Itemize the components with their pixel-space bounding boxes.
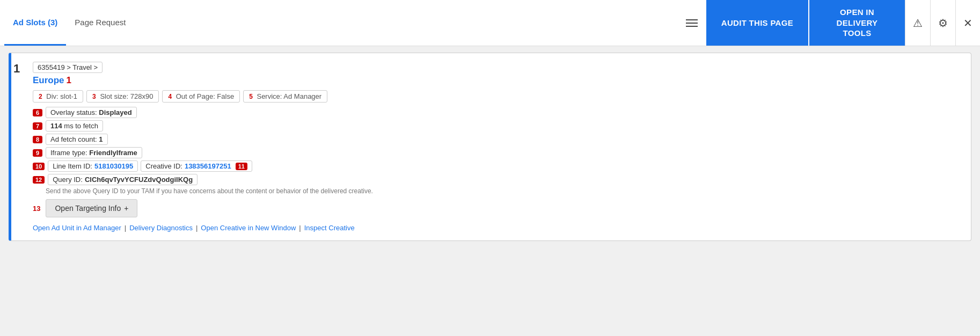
- service-tag: 5 Service: Ad Manager: [243, 90, 327, 103]
- slot-number: 1: [13, 62, 20, 76]
- separator-3: |: [299, 224, 301, 232]
- query-row: 12 Query ID: ClCh6qvTyvYCFUZdvQodgilKQg: [33, 174, 960, 185]
- menu-icon-button[interactable]: [677, 0, 706, 46]
- query-badge: 12: [33, 176, 45, 184]
- close-icon-button[interactable]: ✕: [955, 0, 980, 46]
- query-box: Query ID: ClCh6qvTyvYCFUZdvQodgilKQg: [48, 174, 198, 185]
- fetch-ms-row: 7 114 ms to fetch: [33, 120, 960, 132]
- ad-slot-card: 1 6355419 > Travel > Europe 1 2 Div: slo…: [9, 53, 971, 241]
- fetch-ms-info: 114 ms to fetch: [46, 120, 103, 132]
- iframe-info: Iframe type: FriendlyIframe: [46, 147, 142, 158]
- open-delivery-tools-button[interactable]: OPEN IN DELIVERY TOOLS: [808, 0, 905, 46]
- tab-ad-slots[interactable]: Ad Slots (3): [4, 0, 66, 46]
- line-item-row: 10 Line Item ID: 5181030195 Creative ID:…: [33, 160, 960, 172]
- separator-2: |: [196, 224, 198, 232]
- size-tag: 3 Slot size: 728x90: [86, 90, 159, 103]
- hamburger-icon: [686, 19, 698, 27]
- targeting-button[interactable]: Open Targeting Info +: [46, 199, 137, 217]
- query-note: Send the above Query ID to your TAM if y…: [46, 187, 960, 195]
- creative-link[interactable]: 138356197251: [185, 162, 231, 170]
- gear-icon: ⚙: [938, 17, 948, 30]
- separator-1: |: [125, 224, 126, 232]
- creative-badge: 11: [236, 163, 247, 170]
- breadcrumb: 6355419 > Travel >: [33, 62, 103, 73]
- delivery-diagnostics-link[interactable]: Delivery Diagnostics: [129, 224, 193, 232]
- fetch-ms-badge: 7: [33, 122, 42, 130]
- main-content: 1 6355419 > Travel > Europe 1 2 Div: slo…: [0, 46, 980, 247]
- settings-icon-button[interactable]: ⚙: [930, 0, 955, 46]
- iframe-row: 9 Iframe type: FriendlyIframe: [33, 147, 960, 158]
- oop-tag: 4 Out of Page: False: [162, 90, 240, 103]
- overlay-info: Overlay status: Displayed: [46, 107, 137, 118]
- slot-name: Europe: [33, 75, 64, 85]
- slot-wrapper: 1 6355419 > Travel > Europe 1 2 Div: slo…: [22, 62, 960, 232]
- targeting-num: 13: [33, 204, 40, 213]
- slot-name-number: 1: [66, 75, 71, 85]
- audit-page-button[interactable]: AUDIT THIS PAGE: [706, 0, 808, 46]
- fetch-count-info: Ad fetch count: 1: [46, 134, 108, 145]
- fetch-count-row: 8 Ad fetch count: 1: [33, 134, 960, 145]
- iframe-badge: 9: [33, 149, 42, 157]
- tab-page-request[interactable]: Page Request: [66, 0, 134, 46]
- inspect-creative-link[interactable]: Inspect Creative: [304, 224, 355, 232]
- overlay-row: 6 Overlay status: Displayed: [33, 107, 960, 118]
- close-icon: ✕: [963, 17, 972, 30]
- breadcrumb-row: 6355419 > Travel >: [33, 62, 960, 73]
- line-item-link[interactable]: 5181030195: [94, 162, 133, 170]
- notification-icon-button[interactable]: ⚠: [905, 0, 930, 46]
- bottom-links: Open Ad Unit in Ad Manager | Delivery Di…: [33, 224, 960, 232]
- line-item-badge: 10: [33, 163, 45, 170]
- fetch-count-badge: 8: [33, 136, 42, 143]
- tags-row: 2 Div: slot-1 3 Slot size: 728x90 4 Out …: [33, 90, 960, 103]
- tab-bar: Ad Slots (3) Page Request: [4, 0, 677, 46]
- div-tag: 2 Div: slot-1: [33, 90, 83, 103]
- slot-name-row: Europe 1: [33, 75, 960, 86]
- notification-icon: ⚠: [913, 17, 923, 30]
- targeting-row: 13 Open Targeting Info +: [33, 199, 960, 217]
- open-creative-link[interactable]: Open Creative in New Window: [201, 224, 296, 232]
- line-item-box: Line Item ID: 5181030195: [48, 160, 138, 172]
- toolbar: Ad Slots (3) Page Request AUDIT THIS PAG…: [0, 0, 980, 46]
- overlay-badge: 6: [33, 109, 42, 116]
- creative-box: Creative ID: 138356197251 11: [141, 160, 252, 172]
- open-ad-unit-link[interactable]: Open Ad Unit in Ad Manager: [33, 224, 121, 232]
